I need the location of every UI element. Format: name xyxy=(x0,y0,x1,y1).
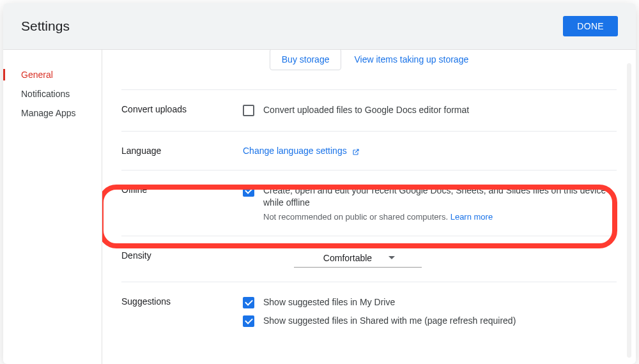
chevron-down-icon xyxy=(389,256,395,259)
settings-content[interactable]: Buy storage View items taking up storage… xyxy=(102,50,636,364)
language-section: Language Change language settings xyxy=(121,131,617,170)
settings-dialog: Settings DONE General Notifications Mana… xyxy=(3,3,636,364)
convert-checkbox[interactable] xyxy=(243,105,254,116)
suggestions-section: Suggestions Show suggested files in My D… xyxy=(121,282,617,342)
suggestions-shared-checkbox[interactable] xyxy=(243,315,254,327)
sidebar-item-notifications[interactable]: Notifications xyxy=(3,84,102,103)
sidebar-item-label: General xyxy=(21,70,53,80)
offline-label: Create, open and edit your recent Google… xyxy=(263,185,617,209)
section-label-suggestions: Suggestions xyxy=(121,296,243,307)
external-link-icon xyxy=(352,147,360,155)
view-storage-link[interactable]: View items taking up storage xyxy=(354,54,468,64)
sidebar-item-general[interactable]: General xyxy=(3,65,102,84)
density-select[interactable]: Comfortable xyxy=(294,250,422,268)
section-label-density: Density xyxy=(121,250,243,261)
change-language-link[interactable]: Change language settings xyxy=(243,146,347,156)
dialog-body: General Notifications Manage Apps Buy st… xyxy=(3,50,636,364)
section-label-language: Language xyxy=(121,146,243,156)
scrollbar[interactable] xyxy=(627,63,631,358)
convert-label: Convert uploaded files to Google Docs ed… xyxy=(263,104,469,117)
suggestions-shared-label: Show suggested files in Shared with me (… xyxy=(263,315,516,328)
suggestions-mydrive-label: Show suggested files in My Drive xyxy=(263,296,395,309)
offline-subtext: Not recommended on public or shared comp… xyxy=(263,212,617,222)
density-value: Comfortable xyxy=(323,253,372,263)
learn-more-link[interactable]: Learn more xyxy=(450,212,493,222)
done-button[interactable]: DONE xyxy=(563,16,618,36)
sidebar: General Notifications Manage Apps xyxy=(3,50,102,364)
section-label-offline: Offline xyxy=(121,185,243,195)
dialog-header: Settings DONE xyxy=(3,3,636,50)
density-section: Density Comfortable xyxy=(121,236,617,282)
sidebar-item-label: Manage Apps xyxy=(21,108,76,118)
offline-section: Offline Create, open and edit your recen… xyxy=(121,170,617,236)
sidebar-item-manage-apps[interactable]: Manage Apps xyxy=(3,103,102,123)
storage-section: Buy storage View items taking up storage xyxy=(121,50,617,89)
offline-checkbox[interactable] xyxy=(243,185,254,197)
page-title: Settings xyxy=(21,19,70,34)
buy-storage-button[interactable]: Buy storage xyxy=(270,50,342,70)
section-label-convert: Convert uploads xyxy=(121,104,243,114)
suggestions-mydrive-checkbox[interactable] xyxy=(243,297,254,308)
sidebar-item-label: Notifications xyxy=(21,89,70,99)
convert-section: Convert uploads Convert uploaded files t… xyxy=(121,89,617,131)
